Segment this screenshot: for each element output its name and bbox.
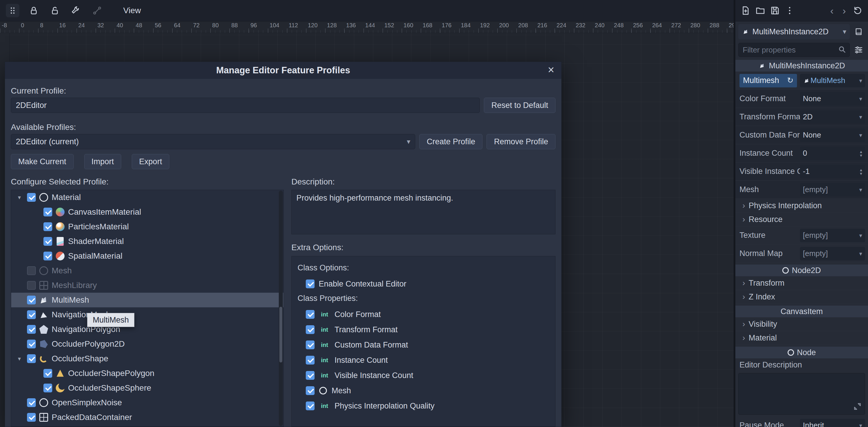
- checkbox[interactable]: [306, 356, 315, 365]
- checkbox[interactable]: [306, 401, 315, 410]
- checkbox[interactable]: [27, 310, 36, 319]
- tree-row-occluderpolygon2d[interactable]: OccluderPolygon2D: [11, 337, 283, 351]
- class-property-transform-format[interactable]: intTransform Format: [306, 322, 549, 337]
- tree-row-navigationpolygon[interactable]: NavigationPolygon: [11, 322, 283, 337]
- section-header-canvasitem[interactable]: CanvasItem: [735, 305, 868, 317]
- import-button[interactable]: Import: [84, 154, 122, 169]
- tree-row-packedscene[interactable]: PackedScene: [11, 425, 283, 427]
- group-material[interactable]: ›Material: [735, 331, 868, 345]
- save-icon[interactable]: [769, 4, 781, 17]
- checkbox[interactable]: [27, 193, 36, 202]
- checkbox[interactable]: [306, 310, 315, 319]
- spinner-arrows[interactable]: ▴▾: [860, 168, 862, 175]
- lock-icon[interactable]: [27, 4, 40, 17]
- revert-icon[interactable]: ↻: [787, 76, 794, 85]
- checkbox[interactable]: [306, 371, 315, 380]
- tree-row-meshlibrary[interactable]: MeshLibrary: [11, 278, 283, 293]
- class-property-instance-count[interactable]: intInstance Count: [306, 353, 549, 368]
- checkbox[interactable]: [306, 280, 315, 288]
- profile-description-box[interactable]: Provides high-performance mesh instancin…: [291, 190, 556, 234]
- tree-row-navigationmesh[interactable]: NavigationMesh: [11, 307, 283, 322]
- view-menu[interactable]: View: [122, 6, 143, 15]
- checkbox[interactable]: [43, 252, 52, 260]
- enable-contextual-editor-option[interactable]: Enable Contextual Editor: [306, 276, 549, 292]
- checkbox[interactable]: [43, 208, 52, 217]
- value-widget[interactable]: 2D▾: [800, 110, 865, 124]
- value-widget[interactable]: [empty]▾: [800, 183, 865, 196]
- editor-description-box[interactable]: [738, 373, 865, 415]
- more-options-icon[interactable]: [783, 4, 796, 17]
- reset-to-default-button[interactable]: Reset to Default: [484, 98, 556, 113]
- checkbox[interactable]: [27, 354, 36, 363]
- section-header-node[interactable]: Node: [735, 347, 868, 358]
- tree-row-mesh[interactable]: Mesh: [11, 263, 283, 278]
- current-profile-input[interactable]: [11, 98, 480, 113]
- value-widget[interactable]: 0▴▾: [800, 146, 865, 160]
- history-back-icon[interactable]: ‹: [827, 5, 837, 17]
- checkbox[interactable]: [43, 222, 52, 231]
- tree-row-shadermaterial[interactable]: ShaderMaterial: [11, 234, 283, 249]
- node-selector[interactable]: MultiMeshInstance2D ▾: [738, 24, 850, 39]
- checkbox[interactable]: [43, 369, 52, 378]
- checkbox[interactable]: [306, 386, 315, 395]
- checkbox[interactable]: [27, 339, 36, 349]
- group-transform[interactable]: ›Transform: [735, 276, 868, 290]
- history-icon[interactable]: [851, 4, 864, 17]
- collapse-arrow-icon[interactable]: ▾: [15, 355, 24, 362]
- section-header-node2d[interactable]: Node2D: [735, 265, 868, 276]
- checkbox[interactable]: [43, 384, 52, 392]
- tree-row-opensimplexnoise[interactable]: OpenSimplexNoise: [11, 395, 283, 410]
- checkbox[interactable]: [27, 325, 36, 334]
- expand-icon[interactable]: [853, 402, 862, 412]
- dock-divider[interactable]: [734, 0, 735, 427]
- value-widget[interactable]: MultiMesh▾: [800, 74, 865, 88]
- tree-row-canvasitemmaterial[interactable]: CanvasItemMaterial: [11, 205, 283, 219]
- class-property-mesh[interactable]: Mesh: [306, 383, 549, 398]
- spin-down-icon[interactable]: ▾: [860, 171, 862, 175]
- new-resource-icon[interactable]: [740, 4, 752, 17]
- spinner-arrows[interactable]: ▴▾: [860, 150, 862, 157]
- section-header-multimeshinstance2d[interactable]: MultiMeshInstance2D: [735, 60, 868, 71]
- tree-row-multimesh[interactable]: MultiMesh: [11, 293, 283, 307]
- group-visibility[interactable]: ›Visibility: [735, 317, 868, 331]
- unlock-icon[interactable]: [48, 4, 62, 17]
- tree-scrollbar-thumb[interactable]: [279, 307, 282, 362]
- group-z-index[interactable]: ›Z Index: [735, 290, 868, 304]
- history-forward-icon[interactable]: ›: [839, 5, 849, 17]
- value-widget[interactable]: [empty]▾: [800, 229, 865, 242]
- tree-row-occludershapepolygon[interactable]: OccluderShapePolygon: [11, 366, 283, 381]
- value-widget[interactable]: None▾: [800, 128, 865, 142]
- value-widget[interactable]: None▾: [800, 92, 865, 106]
- value-widget[interactable]: Inherit▾: [800, 419, 865, 427]
- group-icon[interactable]: [69, 4, 83, 17]
- bone-icon[interactable]: [90, 4, 104, 17]
- group-physics-interpolation[interactable]: ›Physics Interpolation: [735, 199, 868, 212]
- checkbox[interactable]: [27, 281, 36, 290]
- tree-row-packeddatacontainer[interactable]: PackedDataContainer: [11, 410, 283, 425]
- checkbox[interactable]: [27, 266, 36, 275]
- close-icon[interactable]: ×: [546, 64, 557, 76]
- checkbox[interactable]: [306, 340, 315, 349]
- export-button[interactable]: Export: [132, 154, 169, 169]
- tree-scrollbar[interactable]: [279, 191, 283, 426]
- load-folder-icon[interactable]: [754, 4, 767, 17]
- value-widget[interactable]: -1▴▾: [800, 165, 865, 178]
- tree-row-spatialmaterial[interactable]: SpatialMaterial: [11, 249, 283, 263]
- grid-menu-icon[interactable]: [6, 4, 19, 17]
- make-current-button[interactable]: Make Current: [11, 154, 74, 169]
- checkbox[interactable]: [306, 325, 315, 334]
- tools-sliders-icon[interactable]: [852, 43, 865, 56]
- collapse-arrow-icon[interactable]: ▾: [15, 194, 24, 201]
- docs-book-icon[interactable]: [852, 25, 865, 38]
- create-profile-button[interactable]: Create Profile: [419, 134, 483, 149]
- checkbox[interactable]: [27, 296, 36, 304]
- filter-properties-input[interactable]: [738, 43, 850, 57]
- value-widget[interactable]: [empty]▾: [800, 247, 865, 260]
- class-property-color-format[interactable]: intColor Format: [306, 307, 549, 322]
- class-property-physics-interpolation-quality[interactable]: intPhysics Interpolation Quality: [306, 398, 549, 414]
- spin-down-icon[interactable]: ▾: [860, 153, 862, 157]
- profile-select[interactable]: 2DEditor (current) ▾: [11, 134, 415, 149]
- tree-row-material[interactable]: ▾Material: [11, 190, 283, 205]
- remove-profile-button[interactable]: Remove Profile: [487, 134, 556, 149]
- class-property-visible-instance-count[interactable]: intVisible Instance Count: [306, 368, 549, 383]
